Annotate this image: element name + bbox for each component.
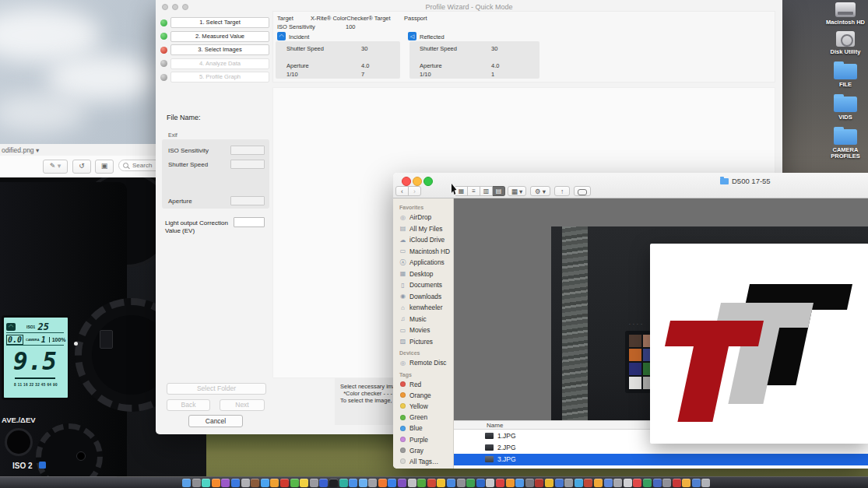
- sidebar-item[interactable]: ▦ Desktop: [393, 269, 453, 280]
- desktop-icon[interactable]: Macintosh HD: [824, 2, 867, 26]
- dock-app-icon[interactable]: [368, 479, 377, 487]
- desktop-icon[interactable]: VIDS: [824, 93, 867, 121]
- dock-app-icon[interactable]: [555, 479, 564, 487]
- dock-app-icon[interactable]: [692, 479, 701, 487]
- light-output-field[interactable]: [234, 217, 265, 227]
- dock-app-icon[interactable]: [417, 479, 426, 487]
- dock-app-icon[interactable]: [270, 479, 279, 487]
- dock-app-icon[interactable]: [633, 479, 641, 487]
- dock-app-icon[interactable]: [643, 479, 652, 487]
- view-mode-button[interactable]: ≡: [468, 186, 480, 196]
- dock-app-icon[interactable]: [300, 479, 308, 487]
- dock-app-icon[interactable]: [662, 479, 671, 487]
- tag-item[interactable]: Purple: [393, 434, 453, 444]
- dock-app-icon[interactable]: [701, 479, 710, 487]
- dock-app-icon[interactable]: [476, 479, 485, 487]
- share-button[interactable]: ↑: [554, 186, 570, 196]
- dock-app-icon[interactable]: [398, 479, 406, 487]
- dock-app-icon[interactable]: [496, 479, 504, 487]
- dock-app-icon[interactable]: [457, 479, 466, 487]
- desktop-icon[interactable]: CAMERA PROFILES: [824, 126, 867, 160]
- wizard-step[interactable]: 5. Profile Graph: [160, 72, 269, 83]
- sidebar-item[interactable]: ▯ Documents: [393, 279, 453, 291]
- next-button[interactable]: Next: [220, 399, 265, 411]
- tag-item[interactable]: Orange: [393, 390, 453, 401]
- cancel-button[interactable]: Cancel: [188, 415, 243, 427]
- sidebar-item[interactable]: Ⓐ Applications: [393, 257, 453, 269]
- dock-app-icon[interactable]: [575, 479, 583, 487]
- dock-app-icon[interactable]: [241, 479, 250, 487]
- sidebar-item[interactable]: ♫ Music: [393, 314, 453, 325]
- view-mode-button[interactable]: ▥: [480, 186, 493, 196]
- wizard-step[interactable]: 1. Select Target: [160, 17, 269, 28]
- sidebar-item[interactable]: ▤ All My Files: [393, 223, 453, 235]
- wizard-step[interactable]: 3. Select Images: [160, 44, 269, 55]
- tag-item[interactable]: Green: [393, 412, 453, 423]
- sidebar-item[interactable]: ☁ iCloud Drive: [393, 234, 453, 246]
- back-button[interactable]: Back: [167, 399, 210, 411]
- shutter-speed-field[interactable]: [230, 160, 265, 169]
- select-folder-button[interactable]: Select Folder: [167, 383, 266, 395]
- tag-item[interactable]: Blue: [393, 423, 453, 434]
- aperture-field[interactable]: [230, 196, 265, 205]
- dock-app-icon[interactable]: [653, 479, 662, 487]
- dock-app-icon[interactable]: [673, 479, 681, 487]
- dock-app-icon[interactable]: [261, 479, 269, 487]
- dock-app-icon[interactable]: [525, 479, 534, 487]
- finder-close-button[interactable]: [402, 177, 411, 186]
- dock-app-icon[interactable]: [486, 479, 494, 487]
- file-row[interactable]: 3.JPG: [454, 454, 868, 465]
- dock-app-icon[interactable]: [604, 479, 613, 487]
- dock-app-icon[interactable]: [280, 479, 289, 487]
- dock-app-icon[interactable]: [682, 479, 691, 487]
- dock-app-icon[interactable]: [349, 479, 357, 487]
- dock-app-icon[interactable]: [624, 479, 632, 487]
- dock-app-icon[interactable]: [427, 479, 436, 487]
- sidebar-item[interactable]: ▭ Movies: [393, 325, 453, 336]
- rotate-button[interactable]: ↺: [72, 160, 91, 174]
- sidebar-item[interactable]: ▭ Macintosh HD: [393, 246, 453, 258]
- desktop-icon[interactable]: FILE: [824, 61, 867, 88]
- sidebar-item[interactable]: ▨ Pictures: [393, 336, 453, 348]
- sidebar-item[interactable]: ⌂ kenwheeler: [393, 302, 453, 314]
- dock-app-icon[interactable]: [310, 479, 318, 487]
- action-gear-button[interactable]: ⚙ ▾: [530, 186, 550, 196]
- dock-app-icon[interactable]: [359, 479, 367, 487]
- dock-app-icon[interactable]: [378, 479, 387, 487]
- tag-item[interactable]: Yellow: [393, 401, 453, 412]
- arrange-button[interactable]: ▦ ▾: [508, 186, 526, 196]
- dock-app-icon[interactable]: [506, 479, 515, 487]
- dock-app-icon[interactable]: [437, 479, 445, 487]
- dock-app-icon[interactable]: [408, 479, 416, 487]
- dock-app-icon[interactable]: [221, 479, 230, 487]
- sidebar-item[interactable]: ◎ AirDrop: [393, 212, 453, 223]
- dock-app-icon[interactable]: [319, 479, 328, 487]
- sidebar-item[interactable]: ◉ Downloads: [393, 291, 453, 303]
- dock-app-icon[interactable]: [290, 479, 299, 487]
- tag-item[interactable]: All Tags…: [393, 456, 453, 467]
- dock-app-icon[interactable]: [329, 479, 338, 487]
- dock-app-icon[interactable]: [192, 479, 201, 487]
- wizard-step[interactable]: 2. Measured Value: [160, 31, 269, 42]
- dock-app-icon[interactable]: [613, 479, 622, 487]
- view-mode-button[interactable]: ▦: [455, 186, 468, 196]
- tag-item[interactable]: Gray: [393, 445, 453, 456]
- dock-app-icon[interactable]: [212, 479, 220, 487]
- finder-minimize-button[interactable]: [413, 177, 422, 186]
- dock-app-icon[interactable]: [182, 479, 191, 487]
- finder-zoom-button[interactable]: [423, 177, 433, 186]
- dock-app-icon[interactable]: [564, 479, 573, 487]
- dock-app-icon[interactable]: [466, 479, 475, 487]
- dock-app-icon[interactable]: [339, 479, 348, 487]
- dock-app-icon[interactable]: [202, 479, 210, 487]
- dock-app-icon[interactable]: [594, 479, 603, 487]
- dock-app-icon[interactable]: [251, 479, 259, 487]
- iso-sensitivity-field[interactable]: [230, 146, 265, 155]
- markup-pencil-button[interactable]: ✎ ▾: [43, 160, 68, 174]
- tags-button[interactable]: [574, 186, 591, 196]
- desktop-icon[interactable]: Disk Utility: [824, 31, 867, 55]
- dock-app-icon[interactable]: [447, 479, 455, 487]
- back-nav-button[interactable]: ‹: [395, 186, 409, 196]
- forward-nav-button[interactable]: ›: [408, 186, 421, 196]
- dock-app-icon[interactable]: [515, 479, 524, 487]
